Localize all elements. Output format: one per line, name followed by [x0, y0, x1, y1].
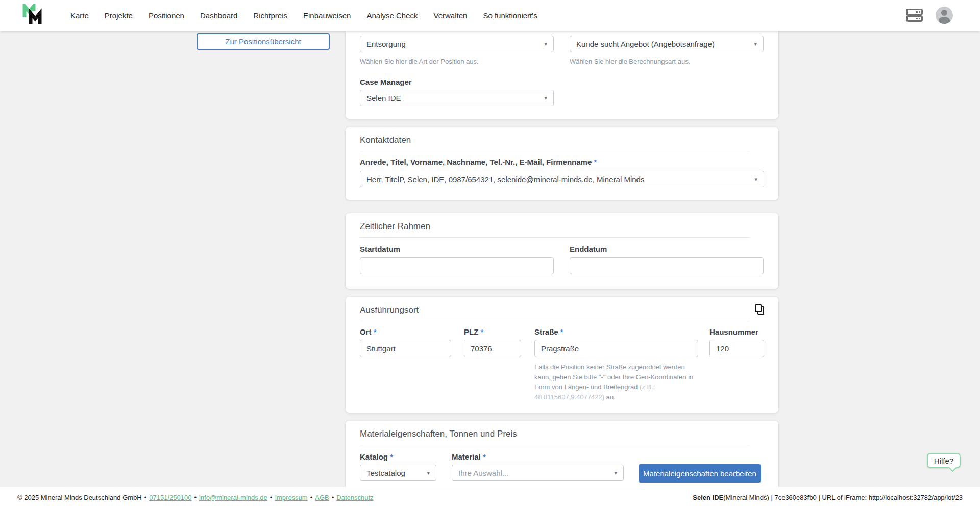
footer-user-name: Selen IDE	[693, 494, 723, 501]
main-nav: Karte Projekte Positionen Dashboard Rich…	[70, 0, 537, 31]
header-icons	[906, 0, 953, 31]
calculation-type-helper: Wählen Sie hier die Berechnungsart aus.	[570, 57, 690, 67]
required-asterisk: *	[560, 327, 564, 336]
server-rack-icon[interactable]	[906, 9, 923, 22]
divider	[360, 321, 750, 321]
divider	[360, 445, 750, 445]
contact-select[interactable]: Herr, TitelP, Selen, IDE, 0987/654321, s…	[360, 171, 764, 187]
nav-item-analyse-check[interactable]: Analyse Check	[366, 11, 418, 20]
strasse-helper: Falls die Position keiner Straße zugeord…	[534, 362, 699, 402]
position-type-value: Entsorgung	[366, 40, 540, 48]
chevron-down-icon: ▾	[544, 95, 547, 102]
strasse-helper-suffix: an.	[604, 393, 616, 401]
nav-item-karte[interactable]: Karte	[70, 11, 89, 20]
required-asterisk: *	[374, 327, 377, 336]
strasse-label: Straße *	[534, 327, 564, 336]
footer-email-link[interactable]: info@mineral-minds.de	[199, 494, 267, 501]
speech-bubble-tail	[949, 464, 957, 472]
material-card-title: Materialeigenschaften, Tonnen und Preis	[360, 429, 517, 439]
contact-card-title: Kontaktdaten	[360, 135, 411, 145]
position-type-helper: Wählen Sie hier die Art der Position aus…	[360, 57, 479, 67]
help-button[interactable]: Hilfe?	[927, 453, 961, 468]
help-button-label: Hilfe?	[934, 457, 953, 465]
footer-copyright: © 2025 Mineral Minds Deutschland GmbH	[17, 494, 142, 501]
chevron-down-icon: ▾	[754, 41, 757, 47]
required-asterisk: *	[481, 327, 484, 336]
startdate-label: Startdatum	[360, 245, 400, 253]
timeframe-card: Zeitlicher Rahmen Startdatum Enddatum	[346, 213, 778, 289]
calculation-type-select[interactable]: Kunde sucht Angebot (Angebotsanfrage) ▾	[570, 36, 764, 52]
case-manager-label: Case Manager	[360, 78, 412, 86]
plz-input[interactable]	[464, 340, 521, 357]
copy-icon[interactable]	[755, 304, 766, 316]
nav-item-projekte[interactable]: Projekte	[105, 11, 133, 20]
nav-item-verwalten[interactable]: Verwalten	[434, 11, 468, 20]
strasse-helper-text: Falls die Position keiner Straße zugeord…	[534, 363, 693, 391]
enddate-input[interactable]	[570, 257, 764, 274]
katalog-select[interactable]: Testcatalog ▾	[360, 465, 436, 481]
plz-label: PLZ *	[464, 327, 483, 336]
ort-input[interactable]	[360, 340, 451, 357]
footer-separator: •	[194, 494, 197, 501]
hausnummer-input[interactable]	[709, 340, 764, 357]
ort-label-text: Ort	[360, 327, 372, 336]
copy-icon-front	[755, 304, 762, 312]
hausnummer-label: Hausnummer	[709, 327, 758, 336]
nav-item-richtpreis[interactable]: Richtpreis	[253, 11, 287, 20]
location-card: Ausführungsort Ort * PLZ * Straße * Haus…	[346, 297, 778, 413]
material-card: Materialeigenschaften, Tonnen und Preis …	[346, 421, 778, 492]
avatar-shoulders	[939, 17, 950, 24]
ort-label: Ort *	[360, 327, 377, 336]
material-label-text: Material	[452, 452, 481, 461]
contact-label-text: Anrede, Titel, Vorname, Nachname, Tel.-N…	[360, 158, 592, 166]
material-placeholder: Ihre Auswahl...	[458, 469, 610, 477]
timeframe-card-title: Zeitlicher Rahmen	[360, 221, 430, 232]
enddate-label: Enddatum	[570, 245, 607, 253]
katalog-label: Katalog *	[360, 452, 393, 461]
case-manager-value: Selen IDE	[366, 94, 540, 103]
footer-bar: © 2025 Mineral Minds Deutschland GmbH • …	[0, 487, 980, 507]
footer-phone-link[interactable]: 07151/250100	[149, 494, 191, 501]
contact-card: Kontaktdaten Anrede, Titel, Vorname, Nac…	[346, 127, 778, 200]
location-card-title: Ausführungsort	[360, 305, 419, 315]
back-to-position-overview-button[interactable]: Zur Positionsübersicht	[197, 33, 330, 50]
position-type-select[interactable]: Entsorgung ▾	[360, 36, 554, 52]
footer-session-info: Selen IDE (Mineral Minds) | 7ce360e83fb0…	[693, 487, 963, 507]
case-manager-select[interactable]: Selen IDE ▾	[360, 90, 554, 106]
footer-separator: •	[270, 494, 273, 501]
required-asterisk: *	[594, 158, 597, 166]
footer-session-details: (Mineral Minds) | 7ce360e83fb0 | URL of …	[723, 494, 963, 501]
user-avatar-icon[interactable]	[936, 7, 953, 24]
divider	[360, 237, 750, 238]
footer-separator: •	[310, 494, 313, 501]
contact-label: Anrede, Titel, Vorname, Nachname, Tel.-N…	[360, 158, 597, 166]
edit-material-properties-button[interactable]: Materialeigenschaften bearbeiten	[639, 464, 761, 483]
app-viewport: Entsorgung ▾ Kunde sucht Angebot (Angebo…	[0, 0, 980, 507]
katalog-label-text: Katalog	[360, 452, 388, 461]
footer-left: © 2025 Mineral Minds Deutschland GmbH • …	[17, 487, 374, 507]
nav-item-einbauweisen[interactable]: Einbauweisen	[303, 11, 351, 20]
katalog-value: Testcatalog	[366, 469, 423, 477]
strasse-label-text: Straße	[534, 327, 558, 336]
footer-impressum-link[interactable]: Impressum	[275, 494, 307, 501]
chevron-down-icon: ▾	[614, 470, 617, 476]
footer-separator: •	[144, 494, 147, 501]
chevron-down-icon: ▾	[544, 41, 547, 47]
startdate-input[interactable]	[360, 257, 554, 274]
avatar-head	[941, 10, 947, 16]
chevron-down-icon: ▾	[427, 470, 430, 476]
material-label: Material *	[452, 452, 486, 461]
chevron-down-icon: ▾	[754, 176, 757, 183]
divider	[360, 151, 750, 151]
nav-item-so-funktionierts[interactable]: So funktioniert's	[483, 11, 537, 20]
nav-item-dashboard[interactable]: Dashboard	[200, 11, 237, 20]
footer-datenschutz-link[interactable]: Datenschutz	[336, 494, 373, 501]
material-select[interactable]: Ihre Auswahl... ▾	[452, 465, 624, 481]
nav-item-positionen[interactable]: Positionen	[149, 11, 184, 20]
footer-agb-link[interactable]: AGB	[315, 494, 329, 501]
required-asterisk: *	[390, 452, 393, 461]
required-asterisk: *	[483, 452, 486, 461]
strasse-input[interactable]	[534, 340, 698, 357]
mineral-minds-logo[interactable]	[22, 4, 46, 27]
plz-label-text: PLZ	[464, 327, 478, 336]
